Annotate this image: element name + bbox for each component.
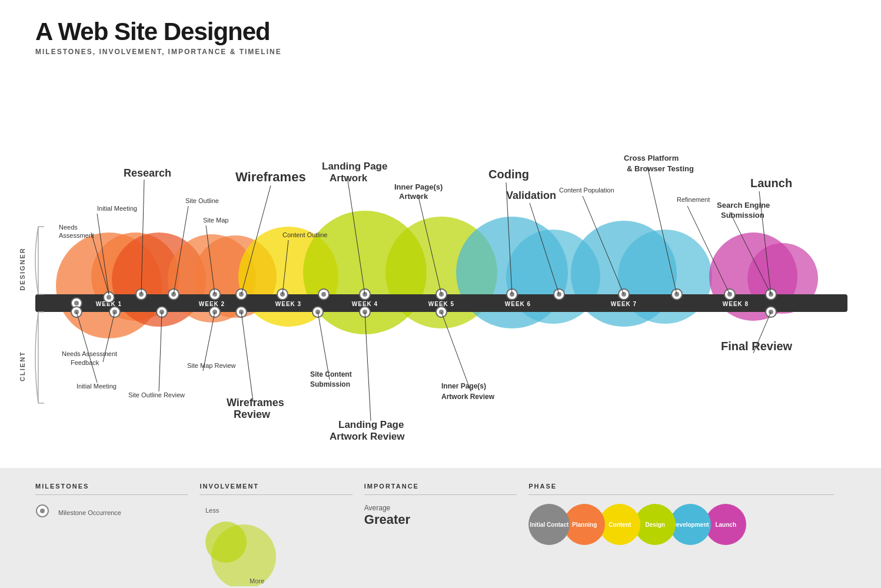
milestones-section: MILESTONES Milestone Occurrence bbox=[35, 483, 200, 583]
svg-text:Submission: Submission bbox=[721, 211, 764, 220]
importance-average: Average bbox=[364, 504, 517, 512]
svg-point-144 bbox=[211, 524, 276, 586]
svg-text:Artwork: Artwork bbox=[399, 192, 428, 201]
svg-point-142 bbox=[40, 509, 45, 513]
svg-text:WEEK 6: WEEK 6 bbox=[505, 301, 531, 307]
legend-area: MILESTONES Milestone Occurrence INVOLVEM… bbox=[0, 468, 881, 588]
svg-point-34 bbox=[107, 295, 111, 300]
svg-text:Site Map: Site Map bbox=[203, 217, 228, 224]
svg-text:DESIGNER: DESIGNER bbox=[19, 247, 26, 290]
svg-text:Artwork: Artwork bbox=[330, 172, 368, 184]
importance-greater: Greater bbox=[364, 512, 517, 527]
importance-labels: Average Greater bbox=[364, 504, 517, 527]
svg-text:Validation: Validation bbox=[506, 190, 556, 201]
svg-text:Submission: Submission bbox=[310, 380, 350, 388]
chart-area: WEEK 1 WEEK 2 WEEK 3 WEEK 4 WEEK 5 WEEK … bbox=[0, 68, 881, 468]
svg-text:Coding: Coding bbox=[488, 168, 529, 181]
phase-development: Development bbox=[670, 504, 711, 545]
involvement-title: INVOLVEMENT bbox=[200, 483, 352, 495]
phase-content: Content bbox=[599, 504, 640, 545]
involvement-more: More bbox=[250, 577, 264, 584]
svg-text:Site Map Review: Site Map Review bbox=[187, 362, 236, 369]
svg-line-130 bbox=[318, 312, 330, 380]
phase-launch: Launch bbox=[705, 504, 746, 545]
svg-text:Needs Assessment: Needs Assessment bbox=[62, 350, 117, 357]
svg-text:Wireframes: Wireframes bbox=[235, 170, 306, 184]
svg-text:Inner Page(s): Inner Page(s) bbox=[441, 382, 486, 390]
phase-initial-contact: Initial Contact bbox=[528, 504, 570, 545]
svg-text:Artwork Review: Artwork Review bbox=[441, 393, 495, 401]
svg-text:Content Population: Content Population bbox=[559, 187, 614, 194]
svg-text:Feedback: Feedback bbox=[71, 359, 99, 366]
page-header: A Web Site Designed MILESTONES, INVOLVEM… bbox=[0, 0, 881, 62]
involvement-section: INVOLVEMENT Less More bbox=[200, 483, 364, 583]
involvement-bubbles: Less More bbox=[200, 504, 276, 580]
svg-text:Wireframes: Wireframes bbox=[227, 397, 284, 408]
svg-text:& Browser Testing: & Browser Testing bbox=[627, 164, 694, 173]
phase-planning: Planning bbox=[564, 504, 605, 545]
svg-text:Landing Page: Landing Page bbox=[322, 161, 387, 172]
svg-text:WEEK 7: WEEK 7 bbox=[611, 301, 637, 307]
involvement-less: Less bbox=[205, 507, 220, 514]
phase-design: Design bbox=[634, 504, 676, 545]
phase-title: PHASE bbox=[528, 483, 834, 495]
svg-text:Launch: Launch bbox=[750, 177, 792, 190]
phase-section: PHASE Initial Contact Planning Content D… bbox=[528, 483, 846, 583]
svg-text:Final Review: Final Review bbox=[721, 340, 793, 353]
svg-text:Site Outline Review: Site Outline Review bbox=[128, 391, 185, 398]
importance-title: IMPORTANCE bbox=[364, 483, 517, 495]
svg-text:Initial Meeting: Initial Meeting bbox=[77, 383, 117, 390]
page-title: A Web Site Designed bbox=[35, 18, 846, 46]
svg-text:Research: Research bbox=[124, 167, 171, 179]
svg-point-32 bbox=[74, 301, 79, 305]
svg-point-46 bbox=[321, 292, 326, 297]
milestone-row: Milestone Occurrence bbox=[35, 504, 188, 518]
milestone-icon bbox=[35, 504, 49, 518]
svg-text:WEEK 8: WEEK 8 bbox=[723, 301, 749, 307]
svg-text:Site Outline: Site Outline bbox=[185, 197, 219, 204]
svg-text:Refinement: Refinement bbox=[677, 196, 710, 203]
milestones-title: MILESTONES bbox=[35, 483, 188, 495]
svg-text:WEEK 2: WEEK 2 bbox=[199, 301, 225, 307]
phase-circles: Initial Contact Planning Content Design … bbox=[528, 504, 834, 545]
svg-text:WEEK 3: WEEK 3 bbox=[275, 301, 301, 307]
svg-text:Inner Page(s): Inner Page(s) bbox=[394, 182, 443, 191]
svg-text:Cross Platform: Cross Platform bbox=[624, 154, 679, 162]
svg-text:Assessment: Assessment bbox=[59, 232, 94, 239]
milestone-label: Milestone Occurrence bbox=[58, 509, 121, 516]
svg-text:Artwork Review: Artwork Review bbox=[330, 431, 405, 442]
importance-section: IMPORTANCE Average Greater bbox=[364, 483, 528, 583]
page-subtitle: MILESTONES, INVOLVEMENT, IMPORTANCE & TI… bbox=[35, 48, 846, 56]
svg-text:CLIENT: CLIENT bbox=[19, 351, 26, 381]
svg-text:Review: Review bbox=[234, 408, 271, 420]
svg-text:Content Outline: Content Outline bbox=[282, 231, 327, 238]
svg-text:Site Content: Site Content bbox=[310, 370, 352, 378]
svg-text:Initial Meeting: Initial Meeting bbox=[97, 205, 137, 212]
svg-text:Search Engine: Search Engine bbox=[717, 201, 770, 210]
svg-text:Landing Page: Landing Page bbox=[338, 419, 404, 430]
chart-svg: WEEK 1 WEEK 2 WEEK 3 WEEK 4 WEEK 5 WEEK … bbox=[0, 68, 881, 468]
svg-line-127 bbox=[241, 312, 253, 401]
involvement-svg: Less More bbox=[200, 504, 276, 586]
svg-text:Needs: Needs bbox=[59, 224, 78, 231]
